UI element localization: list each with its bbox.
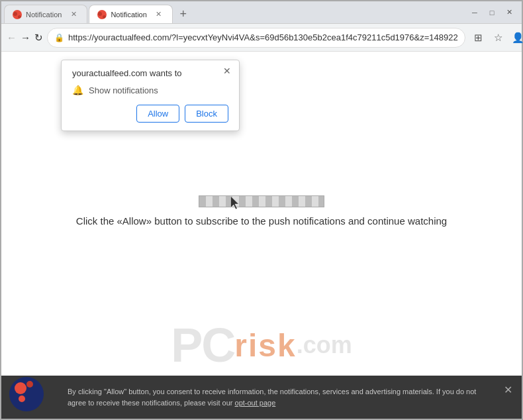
- reload-button[interactable]: ↻: [34, 28, 43, 47]
- title-bar: Notification ✕ Notification ✕ + ─ □ ✕: [1, 1, 522, 24]
- block-button[interactable]: Block: [185, 105, 228, 123]
- watermark: PC risk .com: [171, 318, 352, 372]
- watermark-com: .com: [297, 331, 352, 359]
- tab-1-favicon: [13, 10, 22, 19]
- tab-2-label: Notification: [111, 11, 146, 19]
- window-controls: ─ □ ✕: [467, 5, 519, 20]
- lock-icon: 🔒: [54, 33, 64, 42]
- footer-text: By clicking "Allow" button, you consent …: [68, 386, 495, 408]
- popup-title: youractualfeed.com wants to: [72, 68, 228, 78]
- profile-button[interactable]: 👤: [509, 28, 523, 47]
- extensions-button[interactable]: ⊞: [469, 28, 488, 47]
- popup-buttons: Allow Block: [72, 105, 228, 123]
- footer-bar: By clicking "Allow" button, you consent …: [1, 376, 522, 419]
- footer-optout-link[interactable]: opt-out page: [235, 399, 276, 407]
- close-button[interactable]: ✕: [502, 5, 516, 20]
- tab-1-label: Notification: [26, 11, 62, 19]
- url-text: https://youractualfeed.com/?l=yecvxtYeyN…: [68, 32, 458, 42]
- tab-2-close[interactable]: ✕: [154, 9, 164, 20]
- footer-logo: [9, 377, 57, 413]
- tab-2-favicon: [97, 10, 107, 19]
- popup-close-button[interactable]: ✕: [220, 64, 234, 78]
- watermark-risk: risk: [234, 327, 296, 364]
- popup-permission-row: 🔔 Show notifications: [72, 85, 228, 95]
- loading-bar: [199, 195, 324, 207]
- tab-1[interactable]: Notification ✕: [4, 5, 87, 23]
- address-bar[interactable]: 🔒 https://youractualfeed.com/?l=yecvxtYe…: [47, 28, 465, 48]
- watermark-pc: PC: [171, 318, 234, 372]
- browser-window: Notification ✕ Notification ✕ + ─ □ ✕ ← …: [0, 0, 523, 420]
- footer-close-button[interactable]: ✕: [500, 382, 515, 397]
- loading-bar-container: [199, 195, 324, 207]
- toolbar-right-buttons: ⊞ ☆ 👤 ⋮: [469, 28, 523, 47]
- forward-button[interactable]: →: [21, 28, 30, 47]
- tab-bar: Notification ✕ Notification ✕ +: [4, 1, 467, 23]
- toolbar: ← → ↻ 🔒 https://youractualfeed.com/?l=ye…: [1, 24, 522, 52]
- logo-circle: [9, 377, 44, 411]
- tab-1-close[interactable]: ✕: [68, 9, 79, 20]
- allow-button[interactable]: Allow: [136, 105, 179, 123]
- bookmark-button[interactable]: ☆: [489, 28, 508, 47]
- maximize-button[interactable]: □: [485, 5, 499, 20]
- minimize-button[interactable]: ─: [467, 5, 482, 20]
- tab-2[interactable]: Notification ✕: [89, 5, 172, 23]
- back-button[interactable]: ←: [7, 28, 17, 47]
- bell-icon: 🔔: [72, 85, 83, 95]
- popup-permission-label: Show notifications: [89, 85, 158, 95]
- new-tab-button[interactable]: +: [174, 5, 193, 23]
- notification-popup: ✕ youractualfeed.com wants to 🔔 Show not…: [61, 60, 240, 131]
- page-content: ✕ youractualfeed.com wants to 🔔 Show not…: [1, 52, 522, 419]
- page-main-message: Click the «Allow» button to subscribe to…: [76, 215, 447, 227]
